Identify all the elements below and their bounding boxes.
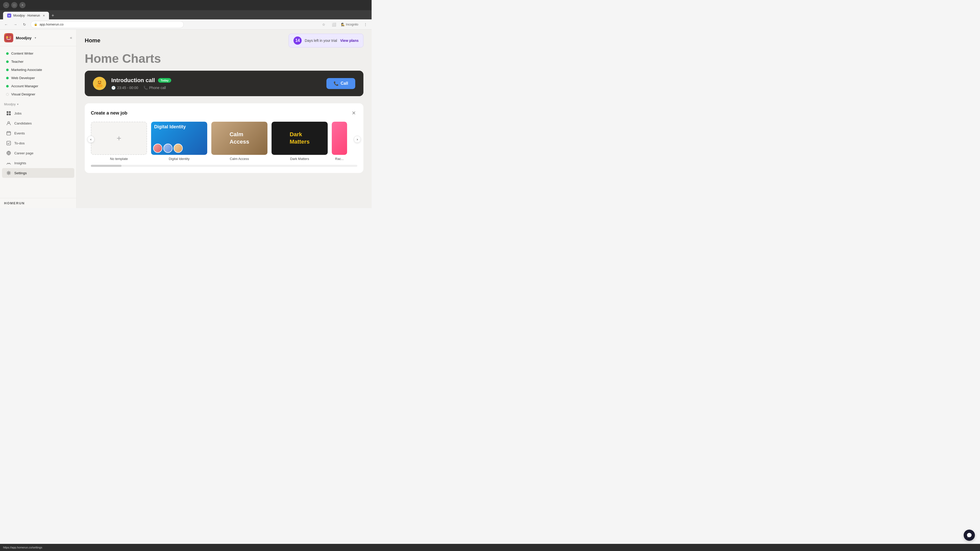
trial-badge: 14 Days left in your trial View plans [289, 34, 363, 48]
close-create-job-button[interactable]: ✕ [350, 110, 357, 117]
template-label-calm-access: Calm Access [211, 157, 267, 161]
trial-days-number: 14 [293, 37, 302, 44]
svg-rect-15 [97, 84, 103, 87]
extensions-icon[interactable]: ⬜ [331, 21, 337, 27]
job-name-web-developer: Web Developer [11, 76, 35, 80]
new-tab-button[interactable]: + [49, 12, 57, 19]
collapse-sidebar-button[interactable]: « [70, 35, 72, 40]
company-avatar [4, 33, 13, 42]
job-status-dot-inactive [6, 93, 9, 96]
sidebar: Moodjoy ▼ « Content Writer Teacher Marke… [0, 30, 76, 208]
job-name-marketing-associate: Marketing Associate [11, 68, 42, 72]
incognito-badge: 🕵 Incognito [341, 23, 358, 26]
scroll-left-button[interactable]: ‹ [87, 136, 94, 143]
logo-area[interactable]: Moodjoy ▼ [4, 33, 37, 42]
reload-button[interactable]: ↻ [21, 21, 27, 27]
sidebar-item-content-writer[interactable]: Content Writer [2, 49, 74, 57]
scroll-right-button[interactable]: › [354, 136, 361, 143]
sidebar-section-label: Moodjoy ▼ [0, 100, 76, 107]
call-title: Introduction call [111, 77, 155, 84]
create-job-section: Create a new job ✕ + No template [85, 103, 363, 173]
sidebar-item-web-developer[interactable]: Web Developer [2, 74, 74, 82]
maximize-button[interactable]: □ [11, 2, 18, 8]
svg-point-13 [98, 81, 99, 82]
sidebar-item-jobs[interactable]: Jobs [2, 108, 74, 118]
svg-rect-9 [7, 141, 11, 145]
section-dropdown-icon: ▼ [17, 103, 19, 106]
tab-favicon: M [7, 14, 11, 17]
lock-icon: 🔒 [34, 23, 38, 26]
browser-controls: − □ × [3, 2, 25, 8]
svg-point-1 [6, 36, 8, 38]
clock-icon: 🕐 [111, 86, 116, 90]
template-scrollbar[interactable] [91, 165, 357, 167]
active-tab[interactable]: M Moodjoy · Homerun × [3, 12, 49, 19]
svg-point-2 [9, 36, 11, 38]
template-label-no-template: No template [91, 157, 147, 161]
template-label-digital-identity: Digital Identity [151, 157, 207, 161]
candidates-icon [6, 121, 11, 126]
sidebar-item-todos[interactable]: To-dos [2, 138, 74, 148]
tab-close-icon[interactable]: × [43, 14, 45, 17]
svg-point-11 [8, 172, 10, 174]
forward-button[interactable]: → [12, 21, 18, 27]
template-card-calm-access[interactable]: CalmAccess Calm Access [211, 122, 267, 161]
jobs-label: Jobs [14, 111, 22, 115]
template-scroll-container: + No template Digital Identity [91, 122, 357, 167]
settings-label: Settings [14, 171, 27, 175]
job-name-teacher: Teacher [11, 60, 24, 64]
sidebar-item-teacher[interactable]: Teacher [2, 58, 74, 65]
template-card-no-template[interactable]: + No template [91, 122, 147, 161]
events-icon [6, 130, 11, 136]
template-thumb-dark-matters: DarkMatters [272, 122, 328, 155]
sidebar-item-marketing-associate[interactable]: Marketing Associate [2, 66, 74, 74]
app-container: Moodjoy ▼ « Content Writer Teacher Marke… [0, 30, 372, 208]
settings-icon [6, 170, 11, 176]
call-time: 🕐 23:45 - 00:00 [111, 86, 138, 90]
back-button[interactable]: ← [3, 21, 9, 27]
job-name-account-manager: Account Manager [11, 84, 38, 88]
sidebar-item-events[interactable]: Events [2, 128, 74, 138]
todos-label: To-dos [14, 141, 25, 145]
url-bar[interactable]: 🔒 app.homerun.co [30, 21, 184, 28]
close-button[interactable]: × [19, 2, 25, 8]
sidebar-item-candidates[interactable]: Candidates [2, 118, 74, 128]
sidebar-footer: HOMERUN [0, 198, 76, 208]
template-card-rac[interactable]: Rac... [332, 122, 347, 161]
call-avatar [93, 77, 106, 90]
template-label-rac: Rac... [332, 157, 347, 161]
call-info: Introduction call Today 🕐 23:45 - 00:00 … [111, 77, 321, 90]
sidebar-item-insights[interactable]: Insights [2, 158, 74, 168]
sidebar-item-settings[interactable]: Settings [2, 168, 74, 178]
trial-days-text: Days left in your trial [305, 38, 337, 43]
phone-icon: 📞 [143, 86, 148, 90]
svg-point-14 [100, 81, 101, 82]
homerun-logo: HOMERUN [4, 201, 72, 205]
svg-rect-4 [9, 111, 11, 113]
template-card-dark-matters[interactable]: DarkMatters Dark Matters [272, 122, 328, 161]
browser-chrome: − □ × [0, 0, 372, 10]
call-type-text: Phone call [149, 86, 166, 90]
svg-point-0 [4, 33, 13, 42]
job-status-dot [6, 77, 9, 79]
today-badge: Today [158, 78, 171, 83]
nav-items: Jobs Candidates [0, 107, 76, 179]
sidebar-item-visual-designer[interactable]: Visual Designer [2, 90, 74, 98]
call-button[interactable]: 📞 Call [326, 78, 355, 89]
main-content: Home 14 Days left in your trial View pla… [76, 30, 372, 208]
company-dropdown-icon[interactable]: ▼ [34, 37, 37, 39]
create-job-header: Create a new job ✕ [91, 110, 357, 117]
insights-label: Insights [14, 161, 26, 165]
section-company-name: Moodjoy [4, 103, 16, 106]
view-plans-button[interactable]: View plans [340, 38, 359, 43]
minimize-button[interactable]: − [3, 2, 9, 8]
sidebar-item-career-page[interactable]: Career page [2, 148, 74, 158]
menu-icon[interactable]: ⋮ [363, 21, 369, 27]
template-card-digital-identity[interactable]: Digital Identity Digital Identity [151, 122, 207, 161]
address-bar: ← → ↻ 🔒 app.homerun.co ☆ ⬜ 🕵 Incognito ⋮ [0, 19, 372, 30]
jobs-icon [6, 111, 11, 116]
sidebar-item-account-manager[interactable]: Account Manager [2, 82, 74, 90]
svg-rect-3 [6, 111, 8, 113]
events-label: Events [14, 131, 25, 135]
bookmark-icon[interactable]: ☆ [321, 21, 327, 27]
